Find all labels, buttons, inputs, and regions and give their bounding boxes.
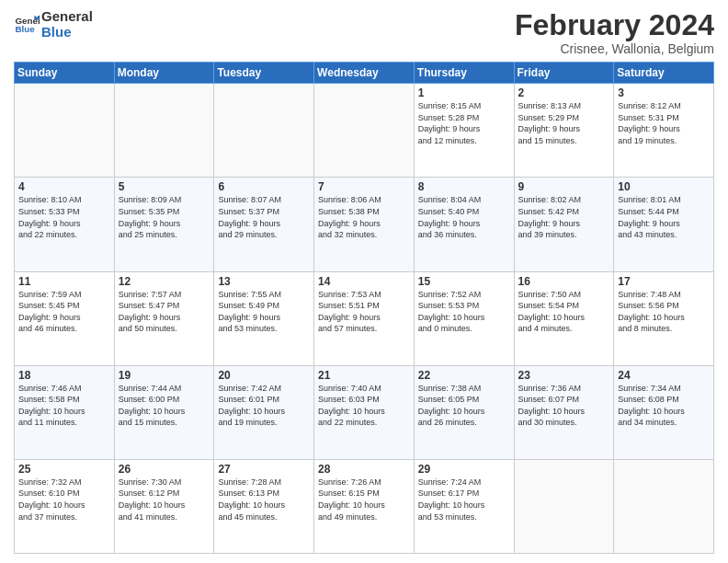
calendar-cell (314, 84, 415, 178)
day-number: 8 (418, 180, 510, 193)
calendar-header-row: SundayMondayTuesdayWednesdayThursdayFrid… (15, 63, 714, 84)
calendar-cell: 5Sunrise: 8:09 AM Sunset: 5:35 PM Daylig… (114, 178, 214, 271)
calendar-cell: 20Sunrise: 7:42 AM Sunset: 6:01 PM Dayli… (214, 365, 314, 459)
weekday-header-monday: Monday (114, 63, 214, 84)
day-number: 3 (618, 86, 710, 99)
day-number: 21 (318, 369, 410, 382)
calendar-cell: 19Sunrise: 7:44 AM Sunset: 6:00 PM Dayli… (114, 365, 214, 459)
calendar-cell: 24Sunrise: 7:34 AM Sunset: 6:08 PM Dayli… (614, 365, 714, 459)
calendar-cell: 25Sunrise: 7:32 AM Sunset: 6:10 PM Dayli… (15, 459, 115, 553)
calendar-week-row: 18Sunrise: 7:46 AM Sunset: 5:58 PM Dayli… (15, 365, 714, 459)
day-info: Sunrise: 7:53 AM Sunset: 5:51 PM Dayligh… (318, 289, 410, 335)
calendar-cell: 6Sunrise: 8:07 AM Sunset: 5:37 PM Daylig… (214, 178, 314, 271)
calendar-cell: 12Sunrise: 7:57 AM Sunset: 5:47 PM Dayli… (114, 271, 214, 365)
logo-wordmark: General Blue (41, 9, 93, 40)
calendar-table: SundayMondayTuesdayWednesdayThursdayFrid… (14, 62, 714, 554)
calendar-cell: 18Sunrise: 7:46 AM Sunset: 5:58 PM Dayli… (15, 365, 115, 459)
logo-icon: General Blue (14, 12, 40, 38)
day-info: Sunrise: 7:36 AM Sunset: 6:07 PM Dayligh… (518, 383, 610, 429)
weekday-header-wednesday: Wednesday (314, 63, 415, 84)
calendar-cell: 29Sunrise: 7:24 AM Sunset: 6:17 PM Dayli… (414, 459, 514, 553)
day-info: Sunrise: 7:50 AM Sunset: 5:54 PM Dayligh… (518, 289, 610, 335)
calendar-cell: 15Sunrise: 7:52 AM Sunset: 5:53 PM Dayli… (414, 271, 514, 365)
header: General Blue General Blue February 2024 … (14, 9, 714, 56)
day-info: Sunrise: 8:07 AM Sunset: 5:37 PM Dayligh… (218, 194, 310, 240)
day-number: 28 (318, 463, 410, 476)
day-info: Sunrise: 7:42 AM Sunset: 6:01 PM Dayligh… (218, 383, 310, 429)
title-block: February 2024 Crisnee, Wallonia, Belgium (515, 9, 714, 56)
calendar-cell: 23Sunrise: 7:36 AM Sunset: 6:07 PM Dayli… (514, 365, 614, 459)
weekday-header-friday: Friday (514, 63, 614, 84)
day-info: Sunrise: 7:24 AM Sunset: 6:17 PM Dayligh… (418, 477, 510, 523)
calendar-week-row: 25Sunrise: 7:32 AM Sunset: 6:10 PM Dayli… (15, 459, 714, 553)
calendar-cell: 10Sunrise: 8:01 AM Sunset: 5:44 PM Dayli… (614, 178, 714, 271)
calendar-cell: 14Sunrise: 7:53 AM Sunset: 5:51 PM Dayli… (314, 271, 415, 365)
day-info: Sunrise: 8:02 AM Sunset: 5:42 PM Dayligh… (518, 194, 610, 240)
day-info: Sunrise: 7:30 AM Sunset: 6:12 PM Dayligh… (119, 477, 210, 523)
day-number: 11 (18, 275, 110, 288)
calendar-cell (614, 459, 714, 553)
day-info: Sunrise: 7:48 AM Sunset: 5:56 PM Dayligh… (618, 289, 710, 335)
day-info: Sunrise: 7:52 AM Sunset: 5:53 PM Dayligh… (418, 289, 510, 335)
day-info: Sunrise: 7:44 AM Sunset: 6:00 PM Dayligh… (119, 383, 210, 429)
calendar-cell: 8Sunrise: 8:04 AM Sunset: 5:40 PM Daylig… (414, 178, 514, 271)
calendar-cell: 9Sunrise: 8:02 AM Sunset: 5:42 PM Daylig… (514, 178, 614, 271)
calendar-cell: 22Sunrise: 7:38 AM Sunset: 6:05 PM Dayli… (414, 365, 514, 459)
logo-line1: General (41, 9, 93, 25)
day-info: Sunrise: 8:13 AM Sunset: 5:29 PM Dayligh… (518, 100, 610, 146)
day-number: 9 (518, 180, 610, 193)
day-number: 5 (119, 180, 210, 193)
page: General Blue General Blue February 2024 … (0, 0, 728, 563)
location-subtitle: Crisnee, Wallonia, Belgium (515, 41, 714, 56)
day-number: 19 (119, 369, 210, 382)
calendar-cell: 4Sunrise: 8:10 AM Sunset: 5:33 PM Daylig… (15, 178, 115, 271)
day-number: 4 (18, 180, 110, 193)
day-info: Sunrise: 8:10 AM Sunset: 5:33 PM Dayligh… (18, 194, 110, 240)
day-number: 14 (318, 275, 410, 288)
day-info: Sunrise: 7:46 AM Sunset: 5:58 PM Dayligh… (18, 383, 110, 429)
day-number: 13 (218, 275, 310, 288)
logo: General Blue General Blue (14, 9, 93, 40)
calendar-cell (114, 84, 214, 178)
calendar-cell: 1Sunrise: 8:15 AM Sunset: 5:28 PM Daylig… (414, 84, 514, 178)
day-number: 6 (218, 180, 310, 193)
day-number: 24 (618, 369, 710, 382)
day-number: 27 (218, 463, 310, 476)
day-info: Sunrise: 7:40 AM Sunset: 6:03 PM Dayligh… (318, 383, 410, 429)
day-number: 25 (18, 463, 110, 476)
calendar-cell: 7Sunrise: 8:06 AM Sunset: 5:38 PM Daylig… (314, 178, 415, 271)
day-info: Sunrise: 7:55 AM Sunset: 5:49 PM Dayligh… (218, 289, 310, 335)
calendar-cell: 13Sunrise: 7:55 AM Sunset: 5:49 PM Dayli… (214, 271, 314, 365)
day-number: 26 (119, 463, 210, 476)
day-number: 20 (218, 369, 310, 382)
day-number: 15 (418, 275, 510, 288)
calendar-cell: 26Sunrise: 7:30 AM Sunset: 6:12 PM Dayli… (114, 459, 214, 553)
day-info: Sunrise: 7:34 AM Sunset: 6:08 PM Dayligh… (618, 383, 710, 429)
weekday-header-thursday: Thursday (414, 63, 514, 84)
calendar-cell (15, 84, 115, 178)
day-number: 16 (518, 275, 610, 288)
day-number: 29 (418, 463, 510, 476)
day-number: 2 (518, 86, 610, 99)
day-number: 22 (418, 369, 510, 382)
day-number: 12 (119, 275, 210, 288)
day-number: 7 (318, 180, 410, 193)
calendar-cell: 11Sunrise: 7:59 AM Sunset: 5:45 PM Dayli… (15, 271, 115, 365)
day-info: Sunrise: 7:26 AM Sunset: 6:15 PM Dayligh… (318, 477, 410, 523)
weekday-header-saturday: Saturday (614, 63, 714, 84)
calendar-cell (514, 459, 614, 553)
calendar-cell: 21Sunrise: 7:40 AM Sunset: 6:03 PM Dayli… (314, 365, 415, 459)
day-number: 18 (18, 369, 110, 382)
calendar-cell (214, 84, 314, 178)
day-info: Sunrise: 7:59 AM Sunset: 5:45 PM Dayligh… (18, 289, 110, 335)
svg-text:Blue: Blue (15, 24, 35, 34)
day-number: 10 (618, 180, 710, 193)
day-info: Sunrise: 7:28 AM Sunset: 6:13 PM Dayligh… (218, 477, 310, 523)
calendar-cell: 3Sunrise: 8:12 AM Sunset: 5:31 PM Daylig… (614, 84, 714, 178)
calendar-week-row: 4Sunrise: 8:10 AM Sunset: 5:33 PM Daylig… (15, 178, 714, 271)
logo-line2: Blue (41, 25, 93, 40)
day-info: Sunrise: 8:09 AM Sunset: 5:35 PM Dayligh… (119, 194, 210, 240)
calendar-week-row: 11Sunrise: 7:59 AM Sunset: 5:45 PM Dayli… (15, 271, 714, 365)
day-info: Sunrise: 7:57 AM Sunset: 5:47 PM Dayligh… (119, 289, 210, 335)
day-number: 23 (518, 369, 610, 382)
